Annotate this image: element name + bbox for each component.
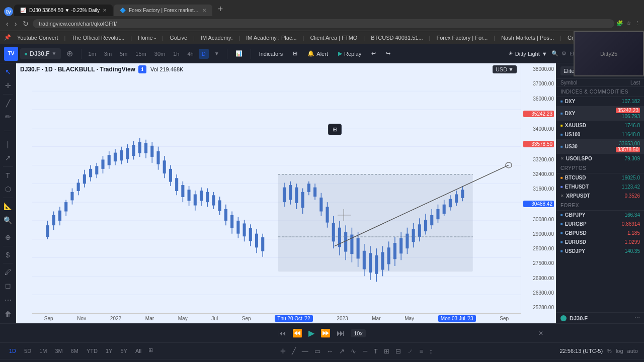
watchlist-eurgbp[interactable]: ■ EURGBP 0.86914	[556, 220, 644, 229]
watchlist-us100[interactable]: ■ US100 11648.0	[556, 130, 644, 139]
settings-icon[interactable]: ⚙	[561, 50, 567, 57]
bookmark-revolut[interactable]: The Official Revolut...	[69, 34, 126, 42]
replay-to-end[interactable]: ⏭	[337, 329, 345, 338]
zoom-tool[interactable]: 🔍	[1, 214, 15, 226]
watchlist-eurusd[interactable]: ■ EURUSD 1.0299	[556, 238, 644, 247]
draw-more[interactable]: ≡	[418, 346, 426, 356]
crosshair-tool[interactable]: ✛	[1, 79, 15, 92]
tf-1y[interactable]: 1Y	[103, 347, 115, 355]
timeframe-1d[interactable]: D	[199, 49, 209, 59]
bookmark-im1[interactable]: IM Academy:	[199, 34, 235, 42]
bookmark-youtube[interactable]: Youtube Convert	[15, 34, 60, 42]
chart-canvas[interactable]	[32, 63, 537, 313]
draw-trendline[interactable]: ╱	[290, 346, 298, 356]
timeframe-30m[interactable]: 30m	[151, 49, 168, 59]
replay-step-back[interactable]: ⏪	[292, 328, 302, 338]
draw-path[interactable]: ⟋	[405, 346, 416, 356]
tf-ytd[interactable]: YTD	[84, 347, 101, 355]
timeframe-15m[interactable]: 15m	[132, 49, 149, 59]
bookmark-icon[interactable]: ☆	[626, 20, 631, 27]
tab-close-dj30[interactable]: ✕	[103, 8, 107, 13]
bookmark-btcusd[interactable]: BTCUSD 40031.51...	[369, 34, 425, 42]
currency-selector[interactable]: USD ▼	[493, 65, 517, 73]
arrow-tool[interactable]: ↗	[1, 152, 15, 164]
templates-button[interactable]: ⊞	[289, 48, 301, 59]
chart-info-icon[interactable]: ℹ	[138, 65, 146, 73]
draw-curve[interactable]: ∿	[349, 346, 358, 356]
theme-selector[interactable]: ☀ Ditty Light ▼	[508, 50, 547, 57]
url-bar[interactable]: tradingview.com/chart/qkoIGFfI/	[33, 19, 614, 28]
vertical-tool[interactable]: |	[1, 138, 15, 150]
watchlist-dxy1[interactable]: ■ DXY 107.182	[556, 97, 644, 106]
replay-to-start[interactable]: ⏮	[278, 329, 286, 338]
indicators-button[interactable]: Indicators	[255, 49, 287, 59]
replay-play[interactable]: ▶	[308, 328, 314, 338]
tf-5d[interactable]: 5D	[21, 347, 34, 355]
watchlist-xrpusdt[interactable]: ✕ XRPUSDT 0.3526	[556, 192, 644, 201]
timeframe-5m[interactable]: 5m	[117, 49, 130, 59]
tf-5y[interactable]: 5Y	[117, 347, 130, 355]
timeframe-1h[interactable]: 1h	[170, 49, 182, 59]
draw-tool7[interactable]: ⊢	[360, 346, 370, 356]
pattern-tool[interactable]: ⬡	[1, 183, 15, 195]
watchlist-ethusdt[interactable]: ■ ETHUSDT 1123.42	[556, 183, 644, 192]
bookmark-golive[interactable]: GoLive	[168, 34, 189, 42]
watchlist-xauusd[interactable]: ■ XAUUSD 1746.8	[556, 121, 644, 130]
add-symbol-button[interactable]: ⊕	[63, 47, 77, 61]
magnet-tool[interactable]: ⊕	[1, 231, 15, 243]
back-button[interactable]: ‹	[4, 19, 11, 29]
extensions-icon[interactable]: 🧩	[616, 20, 623, 27]
draw-horizontal[interactable]: —	[300, 346, 310, 356]
timeframe-1m[interactable]: 1m	[86, 49, 99, 59]
draw-measure[interactable]: ↕	[427, 346, 435, 356]
draw-extend[interactable]: ↔	[325, 346, 335, 356]
replay-close-button[interactable]: ✕	[538, 330, 543, 337]
bookmark-im2[interactable]: IM Academy : Plac...	[244, 34, 298, 42]
tf-3m[interactable]: 3M	[52, 347, 65, 355]
draw-table2[interactable]: ⊟	[393, 346, 403, 356]
new-tab-button[interactable]: +	[213, 2, 227, 16]
draw-crosshair[interactable]: ✛	[278, 346, 288, 356]
trash-tool[interactable]: 🗑	[1, 307, 15, 321]
watchlist-dxy2[interactable]: ■ DXY 35242.23 106.793	[556, 106, 644, 121]
replay-step-forward[interactable]: ⏩	[320, 328, 331, 338]
horizontal-tool[interactable]: —	[1, 124, 15, 137]
tf-1d[interactable]: 1D	[6, 347, 19, 355]
tab-forex[interactable]: 🔷 Forex Factory | Forex markets fo... ✕	[114, 5, 212, 16]
draw-rect[interactable]: ▭	[312, 346, 323, 356]
timeframe-dropdown[interactable]: ▼	[211, 48, 223, 60]
symbol-selector[interactable]: ● DJ30.F ▼	[20, 48, 61, 59]
watchlist-usdjpy[interactable]: ■ USDJPY 140.35	[556, 247, 644, 256]
tab-close-forex[interactable]: ✕	[202, 8, 206, 13]
tf-1m[interactable]: 1M	[36, 347, 50, 355]
draw-table[interactable]: ⊞	[382, 346, 391, 356]
bookmark-nash[interactable]: Nash Markets | Pos...	[499, 34, 556, 42]
alert-button[interactable]: 🔔 Alert	[303, 48, 332, 59]
text-tool[interactable]: T	[1, 169, 15, 182]
measure-tool[interactable]: 📐	[1, 200, 15, 213]
settings-menu-icon[interactable]: ⋮	[634, 20, 640, 27]
tf-all[interactable]: All	[132, 347, 144, 355]
watchlist-usoilspo[interactable]: ✕ USOILSPO 79.309	[556, 154, 644, 163]
pen-tool[interactable]: ✏	[1, 110, 15, 123]
compare-icon[interactable]: ⊞	[148, 347, 153, 355]
chart-area[interactable]: USD ▼ DJ30.F · 1D · BLACKBULL · TradingV…	[16, 63, 556, 323]
draw-arrow[interactable]: ↗	[337, 346, 347, 356]
watchlist-gbpjpy[interactable]: ■ GBPJPY 166.34	[556, 211, 644, 220]
refresh-button[interactable]: ↻	[21, 19, 31, 29]
draw-text[interactable]: T	[372, 346, 380, 356]
tab-dj30[interactable]: 📈 DJ30 33684.50 ▼ -0.23% Daily ✕	[14, 5, 113, 16]
eraser-tool[interactable]: ◻	[1, 280, 15, 292]
chart-type-button[interactable]: 📊	[231, 48, 247, 59]
undo-button[interactable]: ↩	[367, 48, 380, 59]
timeframe-3m[interactable]: 3m	[101, 49, 115, 59]
watchlist-btcusd[interactable]: ■ BTCUSD 16025.0	[556, 173, 644, 183]
watchlist-gbpusd[interactable]: ■ GBPUSD 1.185	[556, 229, 644, 238]
trendline-tool[interactable]: ╱	[1, 97, 15, 109]
brush-tool[interactable]: 🖊	[1, 265, 15, 278]
search-icon[interactable]: 🔍	[551, 50, 558, 57]
cursor-tool[interactable]: ↖	[1, 65, 15, 78]
tf-6m[interactable]: 6M	[68, 347, 82, 355]
more-tools[interactable]: ⋯	[1, 293, 15, 307]
forward-button[interactable]: ›	[13, 19, 19, 29]
